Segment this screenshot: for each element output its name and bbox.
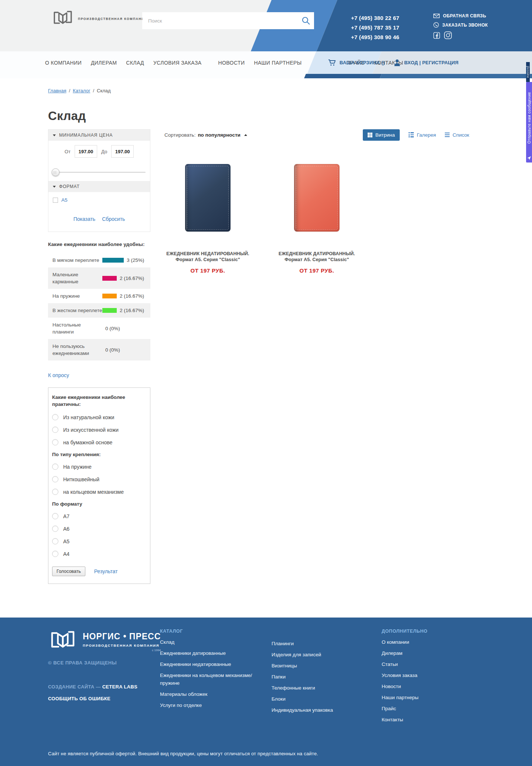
poll-form-title: Какие ежедневники наиболее практичны: [52,394,146,408]
footer-link[interactable]: Изделия для записей [272,651,321,659]
nav-item-dealers[interactable]: ДИЛЕРАМ [91,60,117,66]
site-footer: НОРГИС • ПРЕСС ПРОИЗВОДСТВЕННАЯ КОМПАНИЯ… [0,618,532,766]
sort-label: Сортировать: [164,132,195,138]
footer-link[interactable]: Индивидуальная упаковка [272,706,333,714]
format-option-a5[interactable]: A5 [48,192,150,207]
product-title[interactable]: ЕЖЕДНЕВНИК НЕДАТИРОВАННЫЙ. Формат А5. Се… [164,251,251,263]
product-grid: ЕЖЕДНЕВНИК НЕДАТИРОВАННЫЙ. Формат А5. Се… [153,164,469,274]
checkbox-icon [53,198,58,203]
poll-bar [102,276,117,281]
footer-link[interactable]: Блоки [272,695,286,703]
product-card[interactable]: ЕЖЕДНЕВНИК ДАТИРОВАННЫЙ. Формат А5. Сери… [262,164,371,274]
poll-option[interactable]: На пружине [52,464,146,470]
search-input[interactable] [142,12,314,29]
feedback-link[interactable]: ОБРАТНАЯ СВЯЗЬ [433,13,488,18]
poll-option[interactable]: А4 [52,551,146,557]
product-card[interactable]: ЕЖЕДНЕВНИК НЕДАТИРОВАННЫЙ. Формат А5. Се… [153,164,262,274]
footer-link[interactable]: Дилерам [382,649,402,657]
breadcrumb-current: Склад [97,88,111,93]
footer-logo[interactable]: НОРГИС • ПРЕСС ПРОИЗВОДСТВЕННАЯ КОМПАНИЯ… [48,629,160,652]
poll-option[interactable]: Ниткошвейный [52,476,146,482]
report-error-link[interactable]: СООБЩИТЬ ОБ ОШИБКЕ [48,696,110,701]
poll-option[interactable]: А6 [52,526,146,532]
nav-item-about[interactable]: О КОМПАНИИ [45,60,82,66]
chat-message-tab[interactable]: Отправьте нам сообщение [526,82,532,163]
poll-result-link[interactable]: Результат [94,568,118,574]
price-slider-handle[interactable] [52,168,59,176]
product-title[interactable]: ЕЖЕДНЕВНИК ДАТИРОВАННЫЙ. Формат А5. Сери… [273,251,360,263]
product-image-notebook-coral[interactable] [294,164,340,232]
page-title: Склад [48,109,469,123]
product-image-notebook-navy[interactable] [185,164,231,232]
content: Главная/Каталог/Склад Склад МИНИМАЛЬНАЯ … [0,78,532,618]
footer-link[interactable]: Услуги по отделке [160,701,202,709]
nav-item-partners[interactable]: НАШИ ПАРТНЕРЫ [254,60,301,66]
cart-button[interactable]: ВАША КОРЗИНА () [328,51,385,74]
price-from-input[interactable] [75,145,97,158]
footer-link[interactable]: Контакты [382,716,403,724]
site-header: ПРОИЗВОДСТВЕННАЯ КОМПАНИЯ НОРГИС•ПРЕСС +… [0,0,532,51]
vote-button[interactable]: Голосовать [52,567,85,576]
poll-bar [102,308,117,313]
search-button[interactable] [301,16,310,25]
footer-link[interactable]: Склад [160,638,174,646]
price-to-input[interactable] [111,145,134,158]
to-poll-link[interactable]: К опросу [48,372,69,378]
poll-results: Какие ежедневники наиболее удобны: В мяг… [48,242,150,379]
footer-link[interactable]: Ежедневники на кольцевом механизме/пружи… [160,671,272,687]
footer-link[interactable]: Планинги [272,640,294,647]
footer-link[interactable]: Телефонные книги [272,684,315,692]
footer-link[interactable]: Прайс [382,705,396,712]
phone-number: +7 (495) 787 35 17 [351,23,399,33]
breadcrumb-catalog[interactable]: Каталог [73,88,90,93]
view-gallery-button[interactable]: Галерея [409,132,436,138]
poll-option[interactable]: А5 [52,538,146,544]
footer-link[interactable]: Наши партнеры [382,694,419,701]
footer-extra-header: ДОПОЛНИТЕЛЬНО [382,629,484,634]
poll-option[interactable]: Из натуральной кожи [52,414,146,420]
footer-link[interactable]: Визитницы [272,662,297,670]
footer-link[interactable]: Ежедневники датированные [160,649,226,657]
filter-reset-button[interactable]: Сбросить [102,216,125,222]
sidebar: МИНИМАЛЬНАЯ ЦЕНА От До ФОРМАТ [48,129,150,584]
breadcrumb-home[interactable]: Главная [48,88,66,93]
phone-numbers: +7 (495) 380 22 67 +7 (495) 787 35 17 +7… [351,13,399,42]
chat-brand-tab[interactable]: jivosite [526,62,530,82]
facebook-icon[interactable] [433,32,440,39]
poll-option[interactable]: на кольцевом механизме [52,489,146,495]
filter-header-price[interactable]: МИНИМАЛЬНАЯ ЦЕНА [48,130,150,141]
instagram-icon[interactable] [444,31,452,39]
radio-icon [52,439,58,445]
filter-actions: Показать Сбросить [48,207,150,232]
filter-show-button[interactable]: Показать [74,216,96,222]
callback-link[interactable]: ЗАКАЗАТЬ ЗВОНОК [433,22,488,28]
footer-brand: НОРГИС • ПРЕСС ПРОИЗВОДСТВЕННАЯ КОМПАНИЯ… [48,629,160,727]
poll-option[interactable]: А7 [52,513,146,519]
footer-logo-since: с 1994 [83,649,161,652]
copyright: © ВСЕ ПРАВА ЗАЩИЩЕНЫ [48,660,160,666]
footer-link[interactable]: Статьи [382,660,398,668]
view-list-button[interactable]: Список [445,132,469,138]
price-slider-track[interactable] [53,172,146,173]
sort-value[interactable]: по популярности [198,132,240,138]
nav-item-order-terms[interactable]: УСЛОВИЯ ЗАКАЗА [153,60,202,66]
sort-direction-icon[interactable] [244,134,247,136]
catalog-main: Сортировать: по популярности Витрина Гал… [164,129,469,584]
login-register-button[interactable]: ВХОД | РЕГИСТРАЦИЯ [394,51,458,74]
nav-item-news[interactable]: НОВОСТИ [218,60,245,66]
footer-link[interactable]: Ежедневники недатированные [160,660,231,668]
poll-option[interactable]: Из искусственной кожи [52,427,146,433]
footer-link[interactable]: Новости [382,683,401,690]
footer-link[interactable]: О компании [382,638,409,646]
filter-header-format[interactable]: ФОРМАТ [48,181,150,192]
footer-catalog-header: КАТАЛОГ [160,629,272,634]
poll-option[interactable]: на бумажной основе [52,439,146,445]
footer-link[interactable]: Условия заказа [382,671,417,679]
footer-link[interactable]: Материалы обложек [160,690,208,698]
nav-item-warehouse[interactable]: СКЛАД [126,60,144,66]
footer-logo-tagline: ПРОИЗВОДСТВЕННАЯ КОМПАНИЯ [83,643,161,647]
view-grid-button[interactable]: Витрина [363,129,400,141]
footer-link[interactable]: Папки [272,673,286,681]
user-icon [394,59,400,66]
cetera-labs-link[interactable]: CETERA LABS [102,684,137,690]
